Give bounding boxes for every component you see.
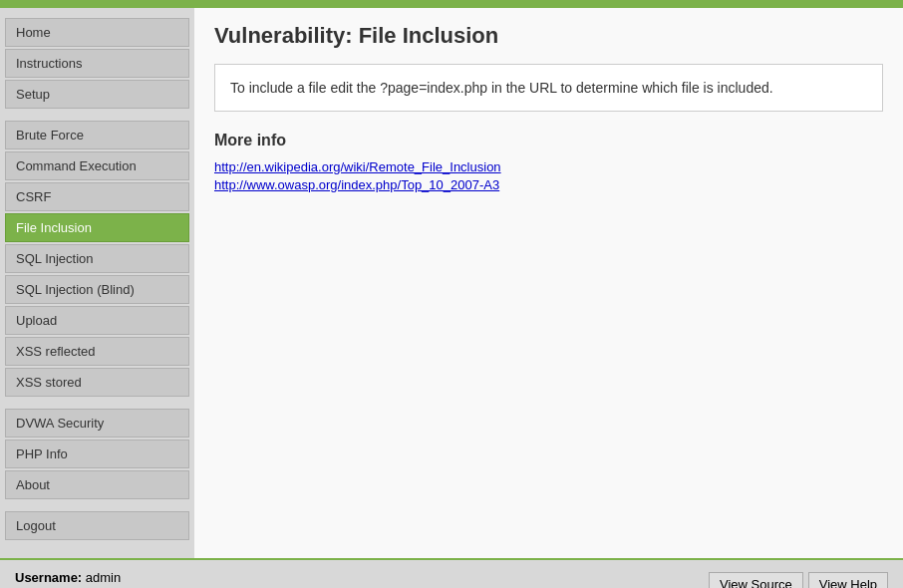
sidebar-item-upload[interactable]: Upload: [5, 306, 189, 335]
top-bar: [0, 0, 903, 8]
footer-info: Username: admin Security Level: low PHPI…: [15, 570, 131, 588]
sidebar-group-main: Home Instructions Setup: [0, 16, 194, 111]
sidebar-group-logout: Logout: [0, 509, 194, 542]
sidebar-item-setup[interactable]: Setup: [5, 80, 189, 109]
link-list: http://en.wikipedia.org/wiki/Remote_File…: [214, 159, 883, 192]
sidebar: Home Instructions Setup Brute Force Comm…: [0, 8, 194, 558]
info-text: To include a file edit the ?page=index.p…: [230, 80, 773, 96]
main-content: Vulnerability: File Inclusion To include…: [194, 8, 903, 558]
view-source-button[interactable]: View Source: [709, 572, 803, 588]
external-link-2[interactable]: http://www.owasp.org/index.php/Top_10_20…: [214, 177, 883, 192]
username-line: Username: admin: [15, 570, 131, 585]
sidebar-item-about[interactable]: About: [5, 470, 189, 499]
footer: Username: admin Security Level: low PHPI…: [0, 558, 903, 588]
sidebar-item-brute-force[interactable]: Brute Force: [5, 121, 189, 149]
sidebar-item-csrf[interactable]: CSRF: [5, 182, 189, 211]
view-help-button[interactable]: View Help: [808, 572, 888, 588]
sidebar-group-vulnerabilities: Brute Force Command Execution CSRF File …: [0, 119, 194, 399]
username-label: Username:: [15, 570, 82, 585]
sidebar-item-xss-stored[interactable]: XSS stored: [5, 368, 189, 397]
sidebar-item-instructions[interactable]: Instructions: [5, 49, 189, 78]
sidebar-item-command-execution[interactable]: Command Execution: [5, 151, 189, 180]
sidebar-item-logout[interactable]: Logout: [5, 511, 189, 540]
sidebar-item-php-info[interactable]: PHP Info: [5, 440, 189, 468]
sidebar-item-xss-reflected[interactable]: XSS reflected: [5, 337, 189, 366]
more-info-title: More info: [214, 132, 883, 149]
sidebar-item-dvwa-security[interactable]: DVWA Security: [5, 409, 189, 438]
sidebar-item-home[interactable]: Home: [5, 18, 189, 47]
page-title: Vulnerability: File Inclusion: [214, 23, 883, 49]
username-value: admin: [86, 570, 121, 585]
footer-buttons: View Source View Help: [709, 572, 888, 588]
sidebar-group-settings: DVWA Security PHP Info About: [0, 407, 194, 501]
info-box: To include a file edit the ?page=index.p…: [214, 64, 883, 112]
sidebar-item-file-inclusion[interactable]: File Inclusion: [5, 213, 189, 242]
sidebar-item-sql-injection-blind[interactable]: SQL Injection (Blind): [5, 275, 189, 304]
external-link-1[interactable]: http://en.wikipedia.org/wiki/Remote_File…: [214, 159, 883, 174]
sidebar-item-sql-injection[interactable]: SQL Injection: [5, 244, 189, 273]
